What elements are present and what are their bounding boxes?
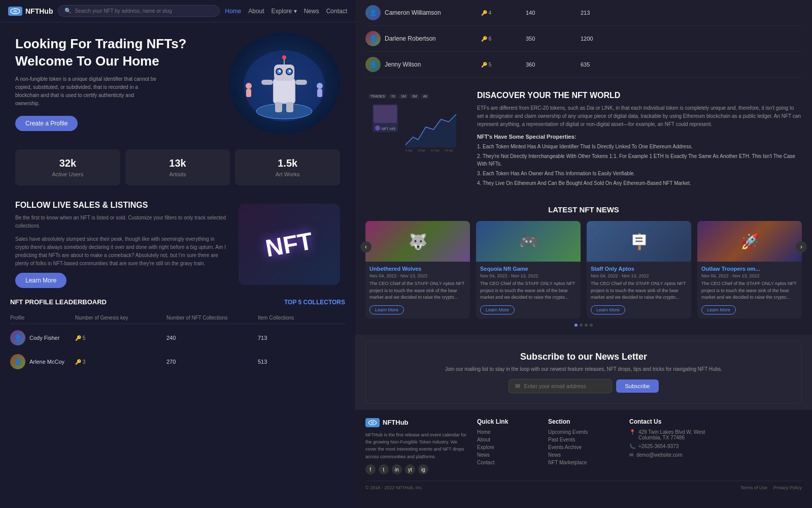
col-genesis: Number of Genesis key [75,315,162,321]
social-icon-facebook[interactable]: f [365,464,376,474]
privacy-link[interactable]: Privacy Policy [773,485,802,490]
items-value: 1200 [581,36,631,42]
carousel-next-button[interactable]: › [796,241,807,252]
news-card-desc-2: The CEO Chief of the STAFF ONLY Aptos NF… [480,280,577,301]
social-icons: f t in yt ig [365,464,467,474]
hero-art [228,33,340,134]
newsletter-title: Subscribe to our News Letter [376,352,791,362]
news-card-title-4: Outlaw Troopers om... [701,266,798,272]
dot-4[interactable] [590,324,593,327]
footer-link-about[interactable]: About [477,437,538,442]
svg-point-13 [289,70,291,72]
col-items: Item Collections [258,315,345,321]
learn-more-2-button[interactable]: Learn More [480,305,515,314]
phone-icon: 📞 [629,443,635,449]
learn-more-button[interactable]: Learn More [15,273,66,288]
footer-section-marketplace[interactable]: NFT Marketplace [548,460,619,465]
footer-section-archive[interactable]: Events Archive [548,444,619,450]
dot-2[interactable] [580,324,583,327]
stat-artworks: 1.5k Art Works [235,149,340,185]
leaderboard-title: NFT PROFILE LEADERBOARD [10,298,107,306]
discover-desc: ETFs are different from ERC-20 tokens, s… [477,104,802,129]
svg-point-1 [13,10,17,12]
email-text: demo@website.com [636,452,683,458]
key-badge: 🔑 4 [481,10,522,16]
nav-contact[interactable]: Contact [326,8,347,15]
footer-section-title: Section [548,418,619,425]
stat-num-artworks: 1.5k [243,157,332,169]
footer-section-links: Section Upcoming Events Past Events Even… [548,418,619,475]
footer-link-home[interactable]: Home [477,429,538,435]
newsletter-desc: Join our mailing list to stay in the loo… [376,366,791,372]
news-card-desc-4: The CEO Chief of the STAFF ONLY Aptos NF… [701,280,798,301]
follow-text: FOLLOW LIVE SALES & LISTINGS Be the firs… [15,201,228,288]
subscribe-button[interactable]: Subscribe [616,379,659,393]
email-input-wrapper: ✉ [509,379,612,393]
news-card-body-3: Staff Only Aptos Nov 04, 2022 · Nov 13, … [587,262,691,319]
social-icon-youtube[interactable]: yt [405,464,415,474]
learn-more-4-button[interactable]: Learn More [701,305,736,314]
svg-text:NFT #45: NFT #45 [382,127,395,131]
dot-3[interactable] [585,324,588,327]
create-profile-button[interactable]: Create a Profile [15,116,78,131]
news-card-date-1: Nov 04, 2022 · Nov 13, 2022 [369,273,466,278]
footer-quick-links: Quick Link Home About Explore News Conta… [477,418,538,475]
social-icon-linkedin[interactable]: in [392,464,402,474]
logo[interactable]: NFTHub [8,7,53,16]
carousel-prev-button[interactable]: ‹ [360,241,371,252]
newsletter-form: ✉ Subscribe [376,379,791,393]
contact-address: 📍 429 Twin Lakes Blvd W, West Columbia, … [629,429,710,440]
dot-1[interactable] [574,324,578,327]
table-row: 👤 Arlene McCoy 🔑 3 270 513 [10,350,345,374]
profile-cell: 👤 Darlene Robertson [365,31,477,46]
footer-contact-title: Contact Us [629,418,710,425]
news-card-body-4: Outlaw Troopers om... Nov 04, 2022 · Nov… [697,262,802,319]
news-card-img-1: 🐺 [365,221,470,262]
footer-quick-links-title: Quick Link [477,418,538,425]
learn-more-1-button[interactable]: Learn More [369,305,404,314]
svg-text:8 Apr: 8 Apr [418,149,425,152]
search-bar[interactable]: 🔍 [58,5,220,17]
news-card-date-4: Nov 04, 2022 · Nov 13, 2022 [701,273,798,278]
footer-section-news[interactable]: News [548,452,619,458]
items-value: 513 [258,359,345,365]
learn-more-3-button[interactable]: Learn More [591,305,625,314]
avatar: 👤 [10,354,25,369]
email-input[interactable] [524,383,605,389]
top-collectors-label: TOP 5 COLLECTORS [284,299,345,306]
profile-cell: 👤 Arlene McCoy [10,354,71,369]
hero-title: Looking For Trading NFTs? Welcome To Our… [15,36,228,70]
table-header: Profile Number of Genesis key Number of … [10,312,345,324]
nav-links: Home About Explore ▾ News Contact [225,8,347,15]
chart-tag: TRADES [368,94,387,99]
nav-news[interactable]: News [304,8,319,15]
nav-home[interactable]: Home [225,8,241,15]
carousel-dots [365,324,802,327]
footer-link-contact[interactable]: Contact [477,460,538,465]
footer-section-upcoming[interactable]: Upcoming Events [548,429,619,435]
avatar: 👤 [365,5,381,20]
footer-link-news[interactable]: News [477,452,538,458]
nav-explore[interactable]: Explore ▾ [272,8,297,15]
terms-link[interactable]: Terms of Use [740,485,767,490]
top-table-row: 👤 Cameron Williamson 🔑 4 140 213 [365,0,802,26]
collections-value: 140 [526,10,577,16]
top-table: 👤 Cameron Williamson 🔑 4 140 213 👤 Darle… [355,0,812,83]
contact-phone: 📞 +2625-3654-9373 [629,443,710,449]
footer-brand-name: NFTHub [383,419,409,426]
follow-desc2: Sales have absolutely slumped since thei… [15,235,228,268]
right-panel: 👤 Cameron Williamson 🔑 4 140 213 👤 Darle… [355,0,812,508]
nav-about[interactable]: About [248,8,264,15]
search-input[interactable] [75,8,213,14]
hero-image [228,33,340,134]
social-icon-instagram[interactable]: ig [418,464,428,474]
svg-text:14 Apr: 14 Apr [445,149,453,152]
footer: NFTHub NFTHub is the first release and e… [355,410,812,509]
logo-icon [8,7,22,16]
logo-text: NFTHub [25,7,53,15]
footer-links-list: Home About Explore News Contact [477,429,538,465]
social-icon-twitter[interactable]: t [379,464,389,474]
footer-section-past[interactable]: Past Events [548,437,619,442]
discover-chart: TRADES 7d 1M 3M All NFT #45 [365,91,467,172]
footer-link-explore[interactable]: Explore [477,444,538,450]
